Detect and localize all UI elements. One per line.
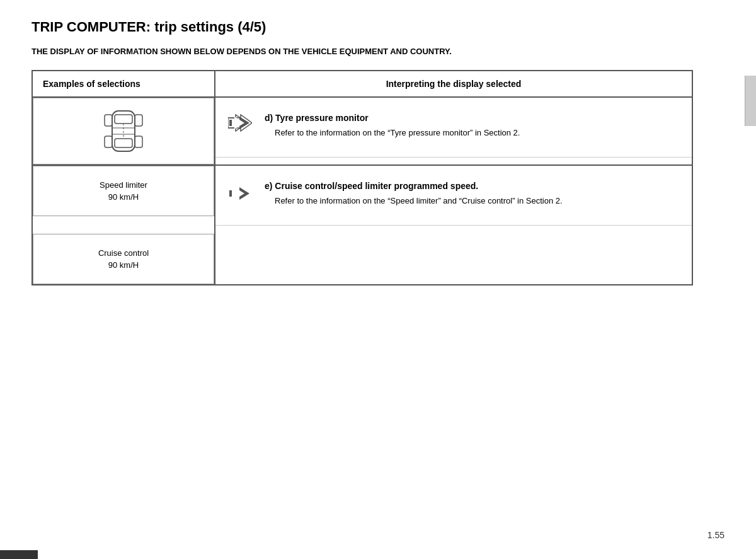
subtitle-text: The display of information shown below bbox=[32, 47, 227, 56]
cruise-control-box: Cruise control 90 km/H bbox=[33, 234, 214, 284]
left-col-2: Speed limiter 90 km/H Cruise control 90 … bbox=[32, 165, 215, 285]
subtitle: The display of information shown below D… bbox=[32, 47, 693, 56]
right-col-2: e) Cruise control/speed limiter programm… bbox=[215, 165, 692, 285]
main-table: Examples of selections Interpreting the … bbox=[32, 70, 693, 285]
info-text-e: e) Cruise control/speed limiter programm… bbox=[265, 181, 679, 207]
info-title-d: d) Tyre pressure monitor bbox=[265, 113, 679, 123]
car-icon bbox=[98, 106, 149, 156]
info-text-d: d) Tyre pressure monitor Refer to the in… bbox=[265, 113, 679, 139]
cruise-control-value: 90 km/H bbox=[108, 260, 139, 270]
arrow-icon-d bbox=[228, 114, 252, 134]
arrow-icon-e bbox=[228, 185, 252, 204]
speed-limiter-value: 90 km/H bbox=[108, 192, 139, 202]
table-row: d) Tyre pressure monitor Refer to the in… bbox=[32, 97, 692, 165]
svg-marker-13 bbox=[232, 117, 244, 129]
svg-rect-7 bbox=[105, 136, 112, 147]
col2-header: Interpreting the display selected bbox=[215, 71, 692, 97]
info-desc-d: Refer to the information on the “Tyre pr… bbox=[275, 127, 679, 139]
cruise-control-label: Cruise control bbox=[98, 248, 149, 258]
svg-rect-2 bbox=[115, 139, 132, 147]
svg-rect-5 bbox=[105, 115, 112, 126]
svg-rect-8 bbox=[135, 136, 142, 147]
car-display-box bbox=[33, 98, 214, 164]
scrollbar[interactable] bbox=[745, 76, 756, 126]
svg-rect-6 bbox=[135, 115, 142, 126]
svg-marker-15 bbox=[232, 187, 244, 200]
table-row-2: Speed limiter 90 km/H Cruise control 90 … bbox=[32, 165, 692, 285]
subtitle-bold: DEPENDS ON THE VEHICLE EQUIPMENT AND COU… bbox=[227, 47, 452, 56]
speed-limiter-box: Speed limiter 90 km/H bbox=[33, 166, 214, 216]
info-desc-e: Refer to the information on the “Speed l… bbox=[275, 195, 679, 207]
left-col-1 bbox=[32, 97, 215, 165]
right-section-2: e) Cruise control/speed limiter programm… bbox=[215, 166, 692, 226]
right-row-e: e) Cruise control/speed limiter programm… bbox=[215, 166, 692, 226]
right-row-d: d) Tyre pressure monitor Refer to the in… bbox=[215, 98, 692, 158]
page-title: TRIP COMPUTER: trip settings (4/5) bbox=[32, 19, 693, 35]
right-section-1: d) Tyre pressure monitor Refer to the in… bbox=[215, 98, 692, 158]
right-col-1: d) Tyre pressure monitor Refer to the in… bbox=[215, 97, 692, 165]
speed-limiter-label: Speed limiter bbox=[100, 180, 147, 190]
col1-header: Examples of selections bbox=[32, 71, 215, 97]
svg-rect-1 bbox=[115, 115, 132, 124]
page-number: 1.55 bbox=[707, 530, 724, 540]
bottom-bar bbox=[0, 550, 38, 559]
info-title-e: e) Cruise control/speed limiter programm… bbox=[265, 181, 679, 191]
